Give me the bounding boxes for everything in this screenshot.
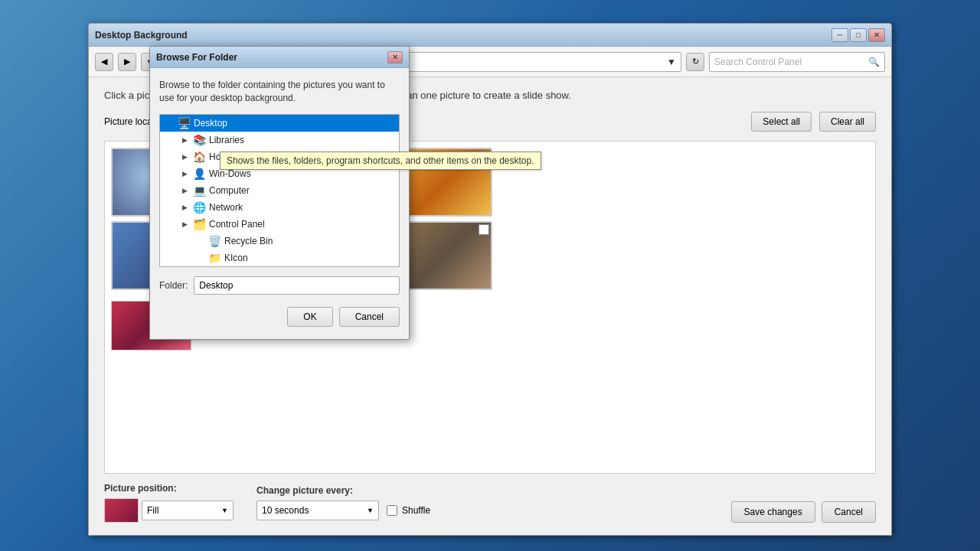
dialog-titlebar: Browse For Folder ✕ bbox=[150, 47, 409, 68]
dialog-title: Browse For Folder bbox=[156, 52, 237, 63]
position-selector: Fill ▼ bbox=[104, 498, 234, 523]
recycle-label: Recycle Bin bbox=[224, 236, 273, 246]
homegroup-icon: 🏠 bbox=[192, 150, 206, 164]
windows-icon: 👤 bbox=[192, 167, 206, 181]
minimize-button[interactable]: ─ bbox=[831, 28, 848, 42]
folder-field-row: Folder: bbox=[159, 276, 400, 295]
thumbnail-8[interactable] bbox=[400, 221, 492, 290]
position-preview-image bbox=[105, 499, 138, 522]
desktop-expander bbox=[163, 117, 175, 129]
tree-item-libraries[interactable]: ▶ 📚 Libraries bbox=[160, 132, 399, 148]
folder-input[interactable] bbox=[194, 276, 400, 295]
folder-label: Folder: bbox=[159, 280, 188, 291]
footer-buttons: Save changes Cancel bbox=[731, 501, 876, 523]
ok-button[interactable]: OK bbox=[287, 307, 332, 327]
tooltip-text: Shows the files, folders, program shortc… bbox=[227, 155, 534, 166]
refresh-button[interactable]: ↻ bbox=[686, 53, 704, 71]
minimize-icon: ─ bbox=[837, 31, 842, 39]
clear-all-button[interactable]: Clear all bbox=[819, 112, 876, 132]
computer-label: Computer bbox=[209, 185, 250, 196]
maximize-icon: □ bbox=[856, 31, 861, 39]
position-preview bbox=[104, 498, 139, 523]
recycle-expander bbox=[194, 235, 206, 247]
path-dropdown-icon: ▼ bbox=[667, 57, 676, 67]
desktop-icon: 🖥️ bbox=[177, 116, 191, 130]
change-interval-value: 10 seconds bbox=[262, 505, 309, 516]
tree-item-control-panel[interactable]: ▶ 🗂️ Control Panel bbox=[160, 216, 399, 233]
tree-item-network[interactable]: ▶ 🌐 Network bbox=[160, 199, 399, 216]
libraries-expander[interactable]: ▶ bbox=[178, 134, 191, 146]
thumbnail-8-checkbox[interactable] bbox=[479, 224, 489, 235]
dialog-body: Browse to the folder containing the pict… bbox=[150, 68, 409, 339]
control-panel-label: Control Panel bbox=[209, 219, 265, 230]
computer-icon: 💻 bbox=[192, 184, 206, 197]
browse-dialog: Browse For Folder ✕ Browse to the folder… bbox=[149, 46, 410, 340]
dialog-close-button[interactable]: ✕ bbox=[387, 51, 403, 64]
window-titlebar: Desktop Background ─ □ ✕ bbox=[89, 24, 891, 47]
control-panel-icon: 🗂️ bbox=[192, 217, 206, 231]
refresh-icon: ↻ bbox=[692, 57, 699, 67]
tree-item-computer[interactable]: ▶ 💻 Computer bbox=[160, 182, 399, 199]
tree-item-desktop[interactable]: 🖥️ Desktop bbox=[160, 115, 399, 132]
folder-tree: 🖥️ Desktop ▶ 📚 Libraries ▶ 🏠 Homegroup ▶ bbox=[159, 114, 400, 267]
control-panel-expander[interactable]: ▶ bbox=[178, 218, 191, 230]
computer-expander[interactable]: ▶ bbox=[178, 184, 191, 197]
titlebar-controls: ─ □ ✕ bbox=[831, 28, 885, 42]
window-title: Desktop Background bbox=[95, 30, 188, 41]
select-all-button[interactable]: Select all bbox=[751, 112, 812, 132]
picture-position-group: Picture position: Fill ▼ bbox=[104, 483, 234, 523]
dialog-instruction: Browse to the folder containing the pict… bbox=[159, 79, 400, 105]
recycle-icon: 🗑️ bbox=[207, 234, 221, 248]
interval-dropdown-icon: ▼ bbox=[367, 507, 374, 514]
maximize-button[interactable]: □ bbox=[850, 28, 867, 42]
back-button[interactable]: ◀ bbox=[95, 53, 113, 71]
libraries-icon: 📚 bbox=[192, 133, 206, 147]
kicon-label: KIcon bbox=[224, 253, 248, 263]
picture-position-label: Picture position: bbox=[104, 483, 234, 494]
dialog-close-icon: ✕ bbox=[392, 53, 398, 61]
change-picture-controls: 10 seconds ▼ Shuffle bbox=[256, 500, 430, 520]
libraries-label: Libraries bbox=[209, 135, 244, 145]
cancel-dialog-button[interactable]: Cancel bbox=[339, 307, 400, 327]
shuffle-row: Shuffle bbox=[387, 505, 430, 516]
search-icon: 🔍 bbox=[868, 57, 880, 67]
thumbnail-8-image bbox=[402, 223, 491, 289]
desktop-label: Desktop bbox=[194, 118, 227, 129]
search-placeholder: Search Control Panel bbox=[714, 57, 802, 67]
save-changes-button[interactable]: Save changes bbox=[731, 501, 815, 523]
close-button[interactable]: ✕ bbox=[868, 28, 885, 42]
search-box[interactable]: Search Control Panel 🔍 bbox=[709, 52, 885, 72]
close-icon: ✕ bbox=[874, 31, 880, 39]
position-dropdown[interactable]: Fill ▼ bbox=[142, 500, 234, 520]
position-dropdown-icon: ▼ bbox=[221, 507, 228, 514]
homegroup-expander[interactable]: ▶ bbox=[178, 151, 191, 163]
position-value: Fill bbox=[147, 505, 158, 516]
shuffle-checkbox[interactable] bbox=[387, 505, 397, 516]
network-expander[interactable]: ▶ bbox=[178, 201, 191, 214]
network-label: Network bbox=[209, 202, 243, 213]
kicon-expander bbox=[194, 252, 206, 264]
cancel-button[interactable]: Cancel bbox=[822, 501, 876, 523]
dialog-footer: OK Cancel bbox=[159, 304, 400, 331]
back-icon: ◀ bbox=[101, 57, 107, 67]
change-picture-label: Change picture every: bbox=[256, 485, 430, 496]
forward-icon: ▶ bbox=[124, 57, 130, 67]
windows-expander[interactable]: ▶ bbox=[178, 168, 191, 180]
tooltip: Shows the files, folders, program shortc… bbox=[220, 152, 541, 170]
tree-item-kicon[interactable]: 📁 KIcon bbox=[160, 249, 399, 266]
forward-button[interactable]: ▶ bbox=[118, 53, 136, 71]
network-icon: 🌐 bbox=[192, 201, 206, 214]
change-picture-group: Change picture every: 10 seconds ▼ Shuff… bbox=[256, 485, 430, 520]
kicon-icon: 📁 bbox=[207, 251, 221, 265]
shuffle-label: Shuffle bbox=[402, 505, 430, 516]
change-interval-dropdown[interactable]: 10 seconds ▼ bbox=[256, 500, 379, 520]
tree-item-recycle-bin[interactable]: 🗑️ Recycle Bin bbox=[160, 233, 399, 249]
